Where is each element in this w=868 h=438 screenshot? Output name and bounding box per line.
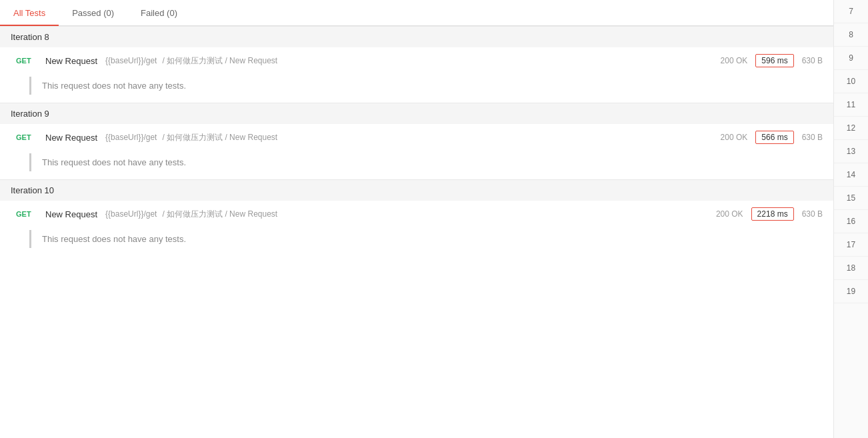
- iteration-header-9: Iteration 9: [0, 103, 833, 124]
- main-content: All Tests Passed (0) Failed (0) Iteratio…: [0, 0, 833, 438]
- time-badge: 566 ms: [755, 131, 793, 144]
- tab-failed[interactable]: Failed (0): [127, 0, 191, 26]
- request-row: GET New Request {{baseUrl}}/get / 如何做压力测…: [0, 201, 833, 227]
- size-label: 630 B: [802, 209, 823, 219]
- sidebar-num-17[interactable]: 17: [834, 233, 868, 257]
- request-row: GET New Request {{baseUrl}}/get / 如何做压力测…: [0, 124, 833, 151]
- sidebar-num-10[interactable]: 10: [834, 70, 868, 93]
- time-badge: 2218 ms: [751, 207, 794, 221]
- sidebar-num-12[interactable]: 12: [834, 117, 868, 140]
- request-path: / 如何做压力测试 / New Request: [162, 209, 715, 220]
- request-name: New Request: [45, 209, 97, 219]
- sidebar-num-8[interactable]: 8: [834, 23, 868, 47]
- test-message-row: This request does not have any tests.: [0, 74, 833, 103]
- sidebar-numbers: 7 8 9 10 11 12 13 14 15 16 17 18 19: [833, 0, 868, 438]
- test-message-row: This request does not have any tests.: [0, 151, 833, 179]
- left-border: [29, 230, 31, 248]
- tab-all-tests[interactable]: All Tests: [0, 0, 59, 26]
- tab-passed[interactable]: Passed (0): [59, 0, 127, 26]
- request-name: New Request: [45, 56, 97, 66]
- status-label: 200 OK: [721, 133, 748, 142]
- method-badge: GET: [16, 133, 40, 141]
- request-name: New Request: [45, 133, 97, 143]
- size-label: 630 B: [802, 133, 823, 142]
- sidebar-num-16[interactable]: 16: [834, 210, 868, 233]
- sidebar-num-19[interactable]: 19: [834, 280, 868, 303]
- request-path: / 如何做压力测试 / New Request: [162, 55, 720, 67]
- method-badge: GET: [16, 57, 40, 65]
- time-badge: 596 ms: [755, 54, 793, 67]
- left-border: [29, 153, 31, 171]
- sidebar-num-7[interactable]: 7: [834, 0, 868, 23]
- sidebar-num-15[interactable]: 15: [834, 187, 868, 210]
- sidebar-num-18[interactable]: 18: [834, 257, 868, 280]
- test-message: This request does not have any tests.: [42, 77, 186, 95]
- sidebar-num-13[interactable]: 13: [834, 140, 868, 163]
- test-message: This request does not have any tests.: [42, 153, 186, 171]
- iteration-header-8: Iteration 8: [0, 26, 833, 47]
- status-label: 200 OK: [721, 56, 748, 65]
- sidebar-num-14[interactable]: 14: [834, 163, 868, 187]
- tabs-bar: All Tests Passed (0) Failed (0): [0, 0, 833, 26]
- test-message: This request does not have any tests.: [42, 230, 186, 248]
- request-url: {{baseUrl}}/get: [105, 56, 157, 65]
- request-url: {{baseUrl}}/get: [105, 133, 157, 142]
- left-border: [29, 77, 31, 95]
- test-message-row: This request does not have any tests.: [0, 227, 833, 256]
- sidebar-num-9[interactable]: 9: [834, 47, 868, 70]
- sidebar-num-11[interactable]: 11: [834, 93, 868, 117]
- request-path: / 如何做压力测试 / New Request: [162, 132, 720, 143]
- method-badge: GET: [16, 210, 40, 218]
- content-area[interactable]: Iteration 8 GET New Request {{baseUrl}}/…: [0, 26, 833, 438]
- iteration-header-10: Iteration 10: [0, 179, 833, 201]
- status-label: 200 OK: [716, 209, 743, 219]
- size-label: 630 B: [802, 56, 823, 65]
- request-row: GET New Request {{baseUrl}}/get / 如何做压力测…: [0, 47, 833, 74]
- request-url: {{baseUrl}}/get: [105, 209, 157, 219]
